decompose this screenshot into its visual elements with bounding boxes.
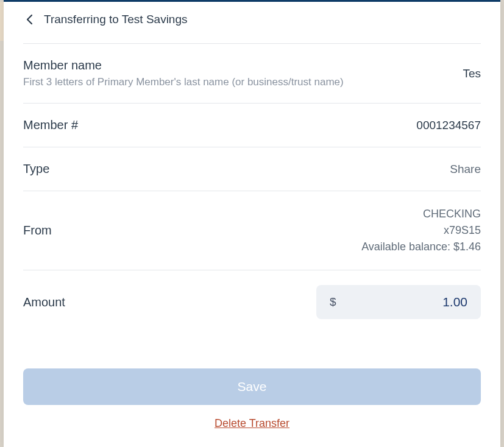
from-suffix: x79S15: [361, 222, 481, 239]
member-name-label: Member name: [23, 58, 450, 72]
transfer-modal: Transferring to Test Savings Member name…: [4, 0, 500, 447]
row-type[interactable]: Type Share: [23, 147, 481, 191]
row-from[interactable]: From CHECKING x79S15 Available balance: …: [23, 191, 481, 270]
row-amount: Amount $: [23, 270, 481, 334]
amount-input[interactable]: [370, 295, 467, 309]
page-title: Transferring to Test Savings: [44, 13, 188, 26]
member-name-value: Tes: [463, 67, 481, 80]
row-member-number[interactable]: Member # 0001234567: [23, 103, 481, 147]
from-account: CHECKING: [361, 206, 481, 222]
member-name-sub: First 3 letters of Primary Member's last…: [23, 76, 450, 88]
member-number-value: 0001234567: [416, 119, 481, 132]
chevron-left-icon: [26, 14, 33, 25]
type-label: Type: [23, 162, 438, 176]
type-value: Share: [450, 163, 481, 176]
scroll-area[interactable]: Transferring to Test Savings Member name…: [4, 2, 500, 353]
dollar-sign-icon: $: [330, 295, 336, 309]
delete-transfer-link[interactable]: Delete Transfer: [23, 417, 481, 430]
modal-header: Transferring to Test Savings: [4, 2, 500, 43]
from-balance: Available balance: $1.46: [361, 239, 481, 255]
save-button[interactable]: Save: [23, 368, 481, 405]
modal-footer: Save Delete Transfer: [4, 353, 500, 447]
member-number-label: Member #: [23, 118, 404, 132]
amount-box[interactable]: $: [316, 285, 481, 319]
row-member-name[interactable]: Member name First 3 letters of Primary M…: [23, 43, 481, 103]
back-button[interactable]: [23, 13, 35, 26]
amount-label: Amount: [23, 295, 304, 309]
from-label: From: [23, 224, 349, 238]
